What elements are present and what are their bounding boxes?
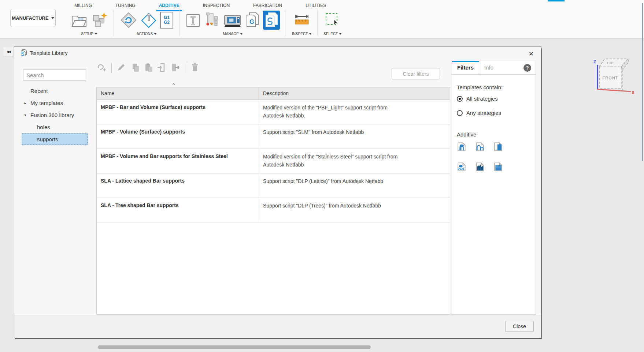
template-toolbar bbox=[96, 62, 200, 74]
generate-toolpath-icon[interactable] bbox=[120, 11, 137, 29]
expander-expanded-icon[interactable]: ▾ bbox=[22, 109, 28, 121]
template-table: Name Description MPBF - Bar and Volume (… bbox=[96, 87, 450, 315]
sort-ascending-icon[interactable]: ^ bbox=[173, 82, 175, 87]
tree-item-my-templates[interactable]: ▸ My templates bbox=[22, 97, 88, 109]
group-actions: G1 G2 ACTIONS bbox=[114, 10, 179, 36]
chevron-down-icon bbox=[95, 33, 97, 35]
templates-contain-label: Templates contain: bbox=[457, 84, 536, 90]
tree-item-recent[interactable]: Recent bbox=[22, 85, 88, 97]
template-description: Modified version of the "PBF_Light" supp… bbox=[259, 100, 450, 124]
template-library-icon[interactable] bbox=[263, 11, 280, 30]
radio-label: All strategies bbox=[466, 96, 498, 102]
horizontal-scrollbar[interactable] bbox=[98, 345, 371, 349]
template-description: Support script "SLM" from Autodesk Netfa… bbox=[259, 124, 450, 149]
new-folder-icon[interactable] bbox=[91, 12, 108, 29]
template-name: MPBF - Bar and Volume (Surface) supports bbox=[97, 100, 259, 124]
radio-selected-icon[interactable] bbox=[457, 96, 463, 102]
group-select-dropdown[interactable]: SELECT bbox=[323, 32, 341, 36]
clear-filters-button[interactable]: Clear filters bbox=[392, 68, 440, 79]
template-library-dialog: Template Library ✕ Recent ▸ My templates… bbox=[14, 46, 541, 338]
chevron-down-icon bbox=[339, 33, 341, 35]
tree-item-label: supports bbox=[22, 133, 88, 145]
column-header-name[interactable]: Name bbox=[97, 87, 259, 100]
table-row[interactable]: MPBF - Volume (Surface) supports Support… bbox=[97, 124, 450, 149]
table-row[interactable]: MPBF - Volume and Bar supports for Stain… bbox=[97, 149, 450, 173]
z-axis-label: Z bbox=[593, 59, 596, 64]
tool-library-icon[interactable] bbox=[185, 12, 201, 29]
description-text: Modified version of the "PBF_Light" supp… bbox=[263, 104, 408, 120]
part-alignment-icon[interactable] bbox=[204, 11, 221, 29]
group-actions-dropdown[interactable]: ACTIONS bbox=[137, 32, 156, 36]
tab-filters[interactable]: Filters bbox=[452, 61, 479, 74]
tree-supports-filter-icon[interactable] bbox=[475, 162, 493, 173]
search-input[interactable] bbox=[23, 70, 86, 80]
filters-tab-bar: Filters Info ? bbox=[452, 61, 536, 75]
expander-collapsed-icon[interactable]: ▸ bbox=[22, 97, 28, 109]
window-select-icon[interactable] bbox=[325, 12, 341, 28]
column-header-description[interactable]: Description bbox=[259, 87, 450, 100]
lattice-supports-filter-icon[interactable] bbox=[457, 162, 475, 173]
help-icon[interactable]: ? bbox=[523, 64, 531, 72]
tree-item-supports[interactable]: supports bbox=[22, 133, 88, 145]
measure-ruler-icon[interactable] bbox=[294, 13, 310, 27]
template-name: MPBF - Volume (Surface) supports bbox=[97, 124, 259, 149]
toolbar-separator bbox=[111, 63, 112, 73]
description-text: Support script "DLP (Trees)" from Autode… bbox=[263, 202, 408, 210]
template-tree: Recent ▸ My templates ▾ Fusion 360 libra… bbox=[14, 85, 91, 145]
simulate-additive-icon[interactable] bbox=[140, 11, 157, 29]
export-template-icon[interactable] bbox=[170, 63, 180, 74]
copy-template-icon[interactable] bbox=[130, 63, 140, 74]
machine-library-icon[interactable] bbox=[223, 12, 242, 28]
table-row[interactable]: SLA - Tree shaped Bar supports Support s… bbox=[97, 198, 450, 222]
collapse-panel-button[interactable]: ◀◀ bbox=[3, 47, 14, 56]
dialog-footer: Close bbox=[14, 315, 541, 338]
table-row[interactable]: SLA - Lattice shaped Bar supports Suppor… bbox=[97, 173, 450, 198]
right-panel-edge[interactable] bbox=[642, 3, 643, 161]
viewcube[interactable]: TOP FRONT Z X bbox=[593, 52, 637, 96]
surface-support-filter-icon[interactable] bbox=[493, 162, 512, 173]
top-accent-strip bbox=[548, 0, 565, 1]
bar-supports-filter-icon[interactable] bbox=[457, 142, 475, 153]
tab-info[interactable]: Info bbox=[479, 61, 499, 74]
description-text: Support script "SLM" from Autodesk Netfa… bbox=[263, 128, 408, 136]
additive-section-label: Additive bbox=[457, 131, 536, 138]
template-description: Support script "DLP (Trees)" from Autode… bbox=[259, 198, 450, 222]
dialog-titlebar: Template Library bbox=[14, 47, 541, 59]
import-template-icon[interactable] bbox=[157, 63, 167, 74]
tree-item-holes[interactable]: holes bbox=[22, 121, 88, 133]
template-library-dialog-icon bbox=[21, 49, 27, 57]
viewcube-front-label: FRONT bbox=[603, 76, 618, 80]
close-icon[interactable]: ✕ bbox=[527, 50, 535, 58]
table-header: Name Description bbox=[97, 87, 450, 100]
delete-template-icon[interactable] bbox=[190, 63, 200, 74]
chevron-down-icon bbox=[51, 17, 54, 19]
new-setup-icon[interactable] bbox=[70, 12, 88, 29]
arch-supports-filter-icon[interactable] bbox=[475, 142, 493, 153]
post-process-icon[interactable]: G1 G2 bbox=[160, 12, 173, 29]
edit-template-icon[interactable] bbox=[116, 63, 126, 74]
tree-item-label: Recent bbox=[22, 85, 88, 97]
chevron-down-icon bbox=[309, 33, 311, 35]
x-axis-label: X bbox=[632, 90, 634, 95]
chevron-down-icon bbox=[240, 33, 243, 35]
radio-any-strategies[interactable]: Any strategies bbox=[457, 110, 536, 116]
paste-template-icon[interactable] bbox=[143, 63, 153, 74]
tree-item-fusion-360-library[interactable]: ▾ Fusion 360 library bbox=[22, 109, 88, 121]
ribbon: MANUFACTURE MILLING TURNING ADDITIVE INS… bbox=[0, 0, 644, 39]
new-template-icon[interactable] bbox=[96, 62, 107, 74]
manufacture-label: MANUFACTURE bbox=[12, 15, 48, 21]
post-library-icon[interactable]: G bbox=[245, 11, 260, 29]
group-inspect-dropdown[interactable]: INSPECT bbox=[292, 32, 311, 36]
group-manage-dropdown[interactable]: MANAGE bbox=[223, 32, 242, 36]
radio-unselected-icon[interactable] bbox=[457, 110, 463, 116]
group-inspect-label: INSPECT bbox=[292, 32, 308, 36]
block-support-filter-icon[interactable] bbox=[493, 142, 512, 153]
radio-all-strategies[interactable]: All strategies bbox=[457, 96, 536, 102]
g2-label: G2 bbox=[164, 20, 170, 25]
x-axis-line bbox=[597, 89, 631, 91]
manufacture-workspace-button[interactable]: MANUFACTURE bbox=[10, 9, 56, 27]
dialog-title: Template Library bbox=[30, 50, 68, 56]
table-row[interactable]: MPBF - Bar and Volume (Surface) supports… bbox=[97, 100, 450, 124]
close-button[interactable]: Close bbox=[505, 321, 534, 332]
group-setup-dropdown[interactable]: SETUP bbox=[81, 32, 97, 36]
